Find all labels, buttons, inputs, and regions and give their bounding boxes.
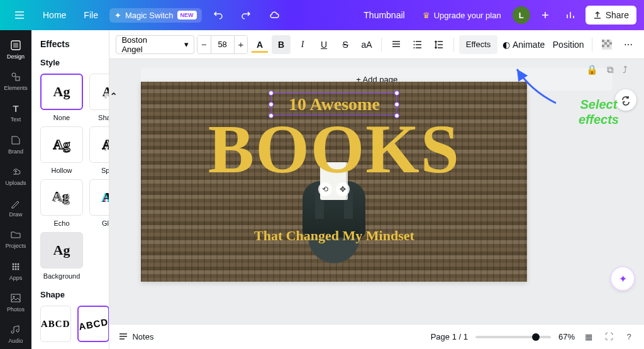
more-button[interactable]: ⋯ [619, 35, 638, 54]
upgrade-button[interactable]: ♛ Upgrade your plan [416, 7, 508, 24]
style-hollow[interactable]: AgHollow [40, 126, 83, 174]
fullscreen-icon[interactable]: ⛶ [602, 332, 615, 341]
rail-apps[interactable]: Apps [0, 255, 31, 285]
rail-text[interactable]: TText [0, 97, 31, 128]
lock-icon[interactable]: 🔒 [586, 64, 598, 75]
magic-switch-button[interactable]: ✦ Magic Switch NEW [109, 8, 202, 23]
svg-point-17 [414, 47, 415, 48]
effects-button[interactable]: Effects [459, 35, 497, 54]
align-button[interactable] [387, 35, 406, 54]
chart-icon [565, 10, 575, 20]
separator [453, 38, 454, 52]
footer-bar: Notes Page 1 / 1 67% ▦ ⛶ ? [109, 324, 644, 349]
spacing-icon [434, 40, 444, 50]
zoom-value[interactable]: 67% [558, 332, 575, 341]
rail-audio[interactable]: Audio [0, 319, 31, 349]
style-background[interactable]: AgBackground [40, 232, 83, 280]
file-button[interactable]: File [77, 6, 104, 24]
animate-icon: ◐ [502, 40, 510, 50]
selection-box[interactable] [271, 93, 397, 116]
text-line-2[interactable]: BOOKS [141, 114, 527, 184]
style-splice[interactable]: AgSplice [89, 126, 109, 174]
rail-draw[interactable]: Draw [0, 192, 31, 222]
export-icon[interactable]: ⤴ [623, 64, 628, 75]
style-glitch[interactable]: AgGlitch [89, 179, 109, 227]
avatar[interactable]: L [513, 6, 530, 24]
rail-elements[interactable]: Elements [0, 65, 31, 96]
spacing-button[interactable] [430, 35, 448, 54]
design-canvas[interactable]: 10 Awesome BOOKS That Changed My Mindset… [141, 82, 527, 282]
grid-view-icon[interactable]: ▦ [582, 332, 595, 341]
style-shadow[interactable]: AgShadow [89, 74, 109, 121]
page-indicator: Page 1 / 1 [431, 332, 468, 341]
svg-point-10 [13, 268, 14, 270]
apps-icon [9, 260, 22, 273]
redo-icon [241, 10, 251, 20]
svg-rect-21 [604, 42, 607, 45]
transparency-button[interactable] [597, 35, 616, 54]
underline-button[interactable]: U [314, 35, 333, 54]
hamburger-button[interactable] [8, 6, 31, 25]
undo-icon [213, 10, 223, 20]
rail-uploads[interactable]: Uploads [0, 160, 31, 191]
undo-button[interactable] [207, 6, 230, 24]
add-member-button[interactable] [535, 5, 555, 25]
ai-assist-fab[interactable]: ✦ [611, 267, 634, 290]
style-none[interactable]: AgNone [40, 74, 83, 121]
font-size-stepper: − + [197, 35, 248, 54]
nav-rail: Design Elements TText Brand Uploads Draw… [0, 30, 31, 349]
plus-icon [541, 11, 550, 19]
style-echo[interactable]: AgEcho [40, 179, 83, 227]
rail-projects[interactable]: Projects [0, 224, 31, 254]
list-button[interactable] [408, 35, 427, 54]
size-plus-button[interactable]: + [234, 36, 247, 53]
canvas-wrap: 🔒 ⧉ ⤴ 10 Awesome BOOKS That Changed My M… [109, 59, 644, 324]
svg-rect-13 [11, 294, 20, 302]
shape-flat[interactable]: ABCD [40, 306, 71, 342]
svg-point-4 [13, 263, 14, 265]
draw-icon [9, 197, 22, 209]
italic-button[interactable]: I [293, 35, 312, 54]
text-line-3[interactable]: That Changed My Mindset [141, 228, 527, 244]
transparency-icon [602, 40, 612, 50]
analytics-button[interactable] [560, 5, 580, 25]
svg-point-14 [13, 296, 15, 298]
bold-button[interactable]: B [272, 35, 291, 54]
position-button[interactable]: Position [550, 35, 587, 54]
regenerate-fab[interactable] [615, 89, 636, 111]
font-size-input[interactable] [211, 40, 234, 49]
app-header: Home File ✦ Magic Switch NEW Thumbnail ♛… [0, 0, 644, 30]
zoom-slider[interactable] [475, 336, 551, 338]
elements-icon [9, 70, 22, 83]
share-label: Share [606, 10, 629, 20]
strike-button[interactable]: S [336, 35, 355, 54]
svg-point-12 [18, 268, 19, 270]
home-button[interactable]: Home [36, 6, 72, 24]
context-toolbar: Boston Angel ▾ − + A B I U S aA Effects … [109, 30, 644, 59]
rail-brand[interactable]: Brand [0, 129, 31, 159]
svg-rect-19 [602, 40, 604, 42]
case-button[interactable]: aA [357, 35, 376, 54]
help-icon[interactable]: ? [623, 332, 635, 341]
rail-photos[interactable]: Photos [0, 287, 31, 317]
size-minus-button[interactable]: − [197, 36, 211, 53]
font-select[interactable]: Boston Angel ▾ [116, 35, 194, 54]
share-button[interactable]: Share [586, 6, 636, 25]
animate-button[interactable]: ◐ Animate [500, 35, 547, 54]
svg-point-5 [15, 263, 17, 265]
redo-button[interactable] [235, 6, 257, 24]
svg-rect-24 [607, 45, 609, 47]
shape-curve[interactable]: ABCD [77, 306, 109, 342]
rotate-handle[interactable]: ⟲ [318, 182, 332, 196]
move-handle[interactable]: ✥ [336, 182, 350, 196]
svg-rect-20 [607, 40, 609, 42]
cloud-sync-button[interactable] [262, 6, 286, 25]
notes-button[interactable]: Notes [118, 332, 153, 342]
projects-icon [9, 228, 22, 241]
brand-icon [9, 134, 22, 147]
doc-title[interactable]: Thumbnail [357, 6, 411, 24]
text-color-button[interactable]: A [250, 35, 269, 54]
duplicate-icon[interactable]: ⧉ [607, 64, 614, 75]
svg-rect-23 [602, 45, 604, 47]
rail-design[interactable]: Design [0, 34, 31, 64]
